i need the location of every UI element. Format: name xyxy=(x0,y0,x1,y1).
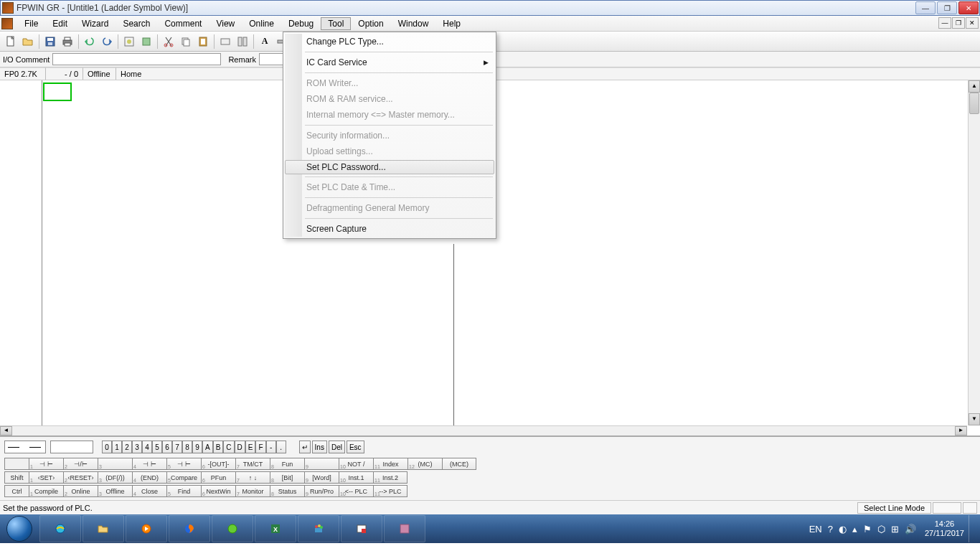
fkey-cell[interactable]: [Bit]8 xyxy=(270,471,304,484)
undo-icon[interactable] xyxy=(82,34,98,50)
tray-up-icon[interactable]: ▴ xyxy=(852,524,857,534)
menu-file[interactable]: File xyxy=(17,17,45,30)
esc-key[interactable]: Esc xyxy=(347,441,364,453)
fkey-cell[interactable]: Compile1 xyxy=(29,485,63,497)
fkey-cell[interactable]: <-- PLC10 xyxy=(339,485,373,497)
key-7[interactable]: 7 xyxy=(172,441,182,453)
network-tray-icon[interactable]: ⊞ xyxy=(891,524,899,534)
text-icon[interactable]: A xyxy=(257,34,273,50)
menu-debug[interactable]: Debug xyxy=(281,17,321,30)
copy-icon[interactable] xyxy=(178,34,194,50)
fkey-cell[interactable]: Monitor7 xyxy=(235,485,270,497)
fkey-cell[interactable]: [Word]9 xyxy=(304,471,339,484)
ins-key[interactable]: Ins xyxy=(312,441,327,453)
key-B[interactable]: B xyxy=(213,441,224,453)
tray-icon-1[interactable]: ◐ xyxy=(839,524,847,534)
fkey-cell[interactable]: ⊣ ⊢4 xyxy=(132,458,166,470)
menu-search[interactable]: Search xyxy=(116,17,157,30)
taskbar-ie[interactable] xyxy=(39,515,81,542)
scroll-down-icon[interactable]: ▼ xyxy=(969,413,980,425)
fkey-cell[interactable]: ↑ ↓7 xyxy=(235,471,270,484)
key-A[interactable]: A xyxy=(202,441,213,453)
del-key[interactable]: Del xyxy=(329,441,345,453)
fkey-cell[interactable]: (MC)12 xyxy=(407,458,442,470)
close-button[interactable]: ✕ xyxy=(958,1,979,14)
key-6[interactable]: 6 xyxy=(162,441,172,453)
fkey-cell[interactable]: Fun8 xyxy=(270,458,304,470)
tool-c-icon[interactable] xyxy=(217,34,233,50)
fkey-cell[interactable]: ‹SET›1 xyxy=(29,471,63,484)
redo-icon[interactable] xyxy=(99,34,115,50)
fkey-cell[interactable]: Run/Pro9 xyxy=(304,485,339,497)
fkey-cell[interactable]: (DF(/))3 xyxy=(98,471,132,484)
mdi-minimize-button[interactable]: — xyxy=(938,17,951,29)
taskbar-excel[interactable]: X xyxy=(255,515,296,542)
key-8[interactable]: 8 xyxy=(182,441,192,453)
menu-ic-card-service[interactable]: IC Card Service ▶ xyxy=(285,55,494,70)
fkey-cell[interactable]: TM/CT7 xyxy=(235,458,270,470)
scroll-left-icon[interactable]: ◄ xyxy=(0,426,12,435)
taskbar-wmp[interactable] xyxy=(126,515,167,542)
fkey-cell[interactable]: ⊣ ⊢5 xyxy=(166,458,201,470)
flag-tray-icon[interactable]: ⚑ xyxy=(863,524,872,534)
save-icon[interactable] xyxy=(42,34,58,50)
taskbar-paint[interactable] xyxy=(298,515,339,542)
symbol-input[interactable] xyxy=(50,441,93,453)
fkey-cell[interactable]: Inst.211 xyxy=(373,471,407,484)
key-E[interactable]: E xyxy=(245,441,256,453)
fkey-cell[interactable]: ⊣ ⊢1 xyxy=(29,458,63,470)
menu-help[interactable]: Help xyxy=(435,17,468,30)
key-0[interactable]: 0 xyxy=(102,441,112,453)
fkey-cell[interactable]: (MCE) xyxy=(442,458,476,470)
key-C[interactable]: C xyxy=(223,441,234,453)
fkey-cell[interactable]: Status8 xyxy=(270,485,304,497)
ladder-canvas[interactable] xyxy=(42,80,967,425)
new-icon[interactable] xyxy=(3,34,19,50)
key-5[interactable]: 5 xyxy=(152,441,162,453)
tray-icon-2[interactable]: ⬡ xyxy=(877,524,885,534)
taskbar-explorer[interactable] xyxy=(83,515,124,542)
minimize-button[interactable]: — xyxy=(915,1,936,14)
start-button[interactable] xyxy=(0,514,39,543)
key-3[interactable]: 3 xyxy=(132,441,142,453)
io-comment-input[interactable] xyxy=(52,53,221,65)
key-1[interactable]: 1 xyxy=(112,441,122,453)
menu-edit[interactable]: Edit xyxy=(45,17,75,30)
menu-online[interactable]: Online xyxy=(242,17,281,30)
menu-screen-capture[interactable]: Screen Capture xyxy=(285,221,494,237)
open-icon[interactable] xyxy=(20,34,36,50)
tool-d-icon[interactable] xyxy=(235,34,250,50)
taskbar-fpwin[interactable] xyxy=(384,515,425,542)
fkey-cell[interactable]: Find5 xyxy=(166,485,201,497)
menu-view[interactable]: View xyxy=(209,17,242,30)
taskbar-app1[interactable] xyxy=(212,515,253,542)
taskbar-firefox[interactable] xyxy=(169,515,210,542)
fkey-cell[interactable]: (END)4 xyxy=(132,471,166,484)
fkey-cell[interactable]: Compare5 xyxy=(166,471,201,484)
fkey-cell[interactable]: -[OUT]-6 xyxy=(201,458,235,470)
key-D[interactable]: D xyxy=(235,441,245,453)
fkey-cell[interactable]: Offline3 xyxy=(98,485,132,497)
fkey-cell[interactable]: Index11 xyxy=(373,458,407,470)
key-2[interactable]: 2 xyxy=(122,441,132,453)
fkey-cell[interactable]: --> PLC11 xyxy=(373,485,407,497)
key-9[interactable]: 9 xyxy=(192,441,202,453)
vertical-scrollbar[interactable]: ▲ ▼ xyxy=(968,80,980,425)
key-.[interactable]: . xyxy=(276,441,286,453)
fkey-cell[interactable]: Online2 xyxy=(63,485,98,497)
taskbar-clock[interactable]: 14:26 27/11/2017 xyxy=(925,519,964,538)
mdi-close-button[interactable]: ✕ xyxy=(966,17,979,29)
fkey-cell[interactable]: ⊣/⊢2 xyxy=(63,458,98,470)
cut-icon[interactable] xyxy=(161,34,176,50)
maximize-button[interactable]: ❐ xyxy=(937,1,957,14)
fkey-cell[interactable]: PFun6 xyxy=(201,471,235,484)
show-desktop-button[interactable] xyxy=(969,515,976,542)
print-icon[interactable] xyxy=(60,34,75,50)
tool-b-icon[interactable] xyxy=(138,34,154,50)
menu-comment[interactable]: Comment xyxy=(157,17,209,30)
fkey-cell[interactable]: NextWin6 xyxy=(201,485,235,497)
scroll-up-icon[interactable]: ▲ xyxy=(969,80,980,93)
scroll-right-icon[interactable]: ► xyxy=(955,426,967,435)
lang-indicator[interactable]: EN xyxy=(809,524,822,534)
horizontal-scrollbar[interactable]: ◄ ► xyxy=(0,425,967,435)
